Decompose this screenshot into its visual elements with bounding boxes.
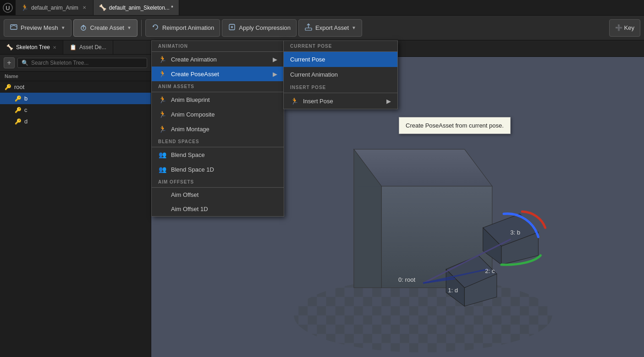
svg-rect-6: [305, 28, 312, 30]
export-asset-label: Export Asset: [315, 24, 349, 31]
toolbar-sep-1: [141, 20, 142, 36]
blend-space-1d-label: Blend Space 1D: [171, 166, 214, 173]
bone-label-c: 2: c: [485, 268, 495, 274]
blend-space-1d-icon: 👥: [158, 166, 166, 173]
menu-item-create-animation[interactable]: 🏃 Create Animation ▶: [152, 52, 284, 67]
preview-mesh-button[interactable]: Preview Mesh ▼: [4, 19, 72, 37]
submenu-item-insert-pose[interactable]: 🏃 Insert Pose ▶: [284, 93, 397, 109]
tooltip-create-poseasset: Create PoseAsset from current pose.: [399, 117, 511, 134]
insert-pose-icon: 🏃: [290, 97, 298, 105]
menu-section-animation: ANIMATION: [152, 41, 284, 51]
skeleton-tree-tab-label: Skeleton Tree: [16, 44, 50, 50]
tab-skeleton-tree[interactable]: 🦴 Skeleton Tree ✕: [0, 40, 63, 54]
create-asset-arrow: ▼: [127, 25, 132, 30]
menu-item-anim-montage[interactable]: 🏃 Anim Montage: [152, 122, 284, 136]
export-asset-button[interactable]: Export Asset ▼: [298, 19, 362, 37]
asset-details-label: Asset De...: [79, 44, 106, 50]
create-animation-arrow: ▶: [273, 56, 277, 63]
bone-label-root: 0: root: [398, 276, 415, 283]
tab-skeleton-icon: 🦴: [99, 4, 106, 11]
add-bone-button[interactable]: +: [4, 57, 15, 68]
create-animation-label: Create Animation: [171, 56, 217, 63]
compress-icon: [228, 23, 236, 33]
create-asset-button[interactable]: Create Asset ▼: [73, 19, 138, 37]
apply-compression-button[interactable]: Apply Compression: [222, 19, 297, 37]
apply-compression-label: Apply Compression: [239, 24, 291, 31]
create-asset-dropdown: ANIMATION 🏃 Create Animation ▶ 🏃 Create …: [151, 40, 284, 217]
menu-item-anim-composite[interactable]: 🏃 Anim Composite: [152, 107, 284, 122]
menu-item-aim-offset-1d[interactable]: Aim Offset 1D: [152, 202, 284, 216]
create-asset-icon: [79, 23, 88, 33]
bone-icon-c: 🔑: [15, 107, 22, 113]
skeleton-tree-list: 🔑 root 🔑 b 🔑 c 🔑 d: [0, 81, 151, 127]
insert-pose-label: Insert Pose: [303, 98, 333, 105]
create-animation-icon: 🏃: [158, 56, 166, 63]
bone-icon-d: 🔑: [15, 118, 22, 125]
search-input[interactable]: [31, 60, 143, 66]
reimport-icon: [151, 23, 160, 33]
export-asset-arrow: ▼: [352, 25, 356, 30]
tab-anim-icon: 🏃: [21, 4, 28, 11]
tab-skeleton[interactable]: 🦴 default_anim_Skeleton... *: [94, 0, 179, 15]
panel-tabs: 🦴 Skeleton Tree ✕ 📋 Asset De...: [0, 40, 151, 55]
anim-blueprint-icon: 🏃: [158, 96, 166, 103]
tree-item-c[interactable]: 🔑 c: [0, 104, 151, 116]
skeleton-tree-icon: 🦴: [6, 44, 13, 50]
menu-section-anim-assets: ANIM ASSETS: [152, 81, 284, 92]
tab-anim-close[interactable]: ✕: [81, 5, 88, 11]
create-poseasset-submenu: CURRENT POSE Current Pose Current Animat…: [283, 40, 398, 109]
skeleton-tree-close[interactable]: ✕: [53, 45, 56, 50]
search-box: 🔍: [17, 58, 147, 68]
svg-point-15: [294, 279, 552, 352]
submenu-item-current-pose[interactable]: Current Pose: [284, 52, 397, 67]
tab-skeleton-label: default_anim_Skeleton... *: [109, 5, 173, 11]
reimport-animation-label: Reimport Animation: [162, 24, 214, 31]
col-header-name: Name: [0, 72, 151, 81]
tree-item-d[interactable]: 🔑 d: [0, 116, 151, 127]
anim-composite-icon: 🏃: [158, 111, 166, 118]
tree-label-root: root: [14, 84, 24, 90]
bone-icon-root: 🔑: [5, 84, 11, 90]
aim-offset-label: Aim Offset: [171, 191, 198, 198]
menu-item-create-poseasset[interactable]: 🏃 Create PoseAsset ▶: [152, 67, 284, 81]
insert-pose-arrow: ▶: [386, 98, 391, 105]
panel-toolbar: + 🔍: [0, 55, 151, 72]
bone-label-b: 3: b: [510, 229, 520, 236]
tab-asset-details[interactable]: 📋 Asset De...: [63, 40, 113, 54]
create-poseasset-label: Create PoseAsset: [171, 71, 219, 78]
anim-composite-label: Anim Composite: [171, 111, 215, 118]
tab-bar: U 🏃 default_anim_Anim ✕ 🦴 default_anim_S…: [0, 0, 644, 16]
key-button[interactable]: ➕ Key: [609, 19, 640, 37]
submenu-section-current-pose: CURRENT POSE: [284, 41, 397, 51]
reimport-animation-button[interactable]: Reimport Animation: [145, 19, 220, 37]
anim-blueprint-label: Anim Blueprint: [171, 96, 210, 103]
menu-item-blend-space[interactable]: 👥 Blend Space: [152, 147, 284, 162]
bone-label-d: 1: d: [448, 287, 458, 294]
svg-text:U: U: [6, 5, 10, 11]
ue-logo: U: [0, 0, 16, 16]
menu-section-aim-offsets: AIM OFFSETS: [152, 177, 284, 187]
anim-montage-icon: 🏃: [158, 125, 166, 133]
create-asset-label: Create Asset: [90, 24, 124, 31]
preview-mesh-icon: [10, 23, 18, 33]
tree-label-b: b: [24, 95, 28, 102]
key-plus-icon: ➕: [615, 24, 622, 31]
preview-mesh-label: Preview Mesh: [21, 24, 58, 31]
tab-anim-label: default_anim_Anim: [31, 5, 78, 11]
blend-space-label: Blend Space: [171, 151, 205, 158]
menu-item-aim-offset[interactable]: Aim Offset: [152, 188, 284, 202]
submenu-item-current-animation[interactable]: Current Animation: [284, 67, 397, 82]
create-poseasset-arrow: ▶: [273, 71, 277, 78]
tree-item-b[interactable]: 🔑 b: [0, 93, 151, 104]
create-poseasset-icon: 🏃: [158, 70, 166, 78]
menu-item-blend-space-1d[interactable]: 👥 Blend Space 1D: [152, 162, 284, 177]
current-animation-label: Current Animation: [290, 71, 338, 78]
menu-item-anim-blueprint[interactable]: 🏃 Anim Blueprint: [152, 92, 284, 107]
tree-item-root[interactable]: 🔑 root: [0, 81, 151, 93]
menu-section-blend-spaces: BLEND SPACES: [152, 136, 284, 147]
left-panel: 🦴 Skeleton Tree ✕ 📋 Asset De... + 🔍 Name: [0, 40, 151, 357]
asset-details-icon: 📋: [70, 44, 77, 50]
export-icon: [304, 23, 313, 33]
blend-space-icon: 👥: [158, 151, 166, 158]
tab-anim[interactable]: 🏃 default_anim_Anim ✕: [16, 0, 94, 15]
